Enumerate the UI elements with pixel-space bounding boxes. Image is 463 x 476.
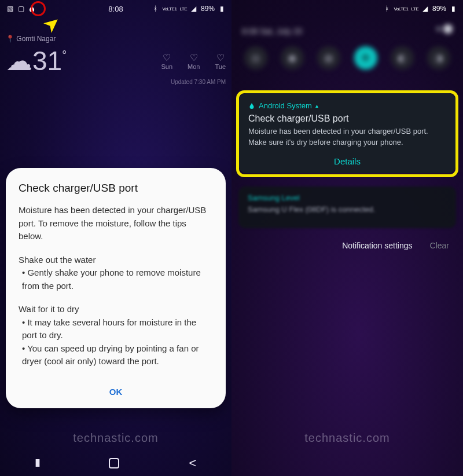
lte-label: LTE [411,7,418,11]
cast-icon: ▢ [17,5,25,13]
samsung-level-notification[interactable]: Samsung Level Samsung U Flex (08DF) is c… [238,186,456,228]
qs-wifi[interactable]: ◎ [244,46,267,69]
chevron-up-icon: ▴ [315,102,318,109]
notif2-app-name: Samsung Level [248,193,300,202]
notif-details-button[interactable]: Details [248,154,446,167]
signal-icon: ◢ [190,5,198,13]
status-clock: 8:08 [108,5,123,13]
notification-settings-button[interactable]: Notification settings [342,241,412,250]
signal-icon: ◢ [421,5,429,13]
notif2-body: Samsung U Flex (08DF) is connected. [248,204,447,215]
bluetooth-icon: ᚼ [152,5,160,13]
dialog-tip2-item2: • You can speed up drying by pointing a … [19,342,213,368]
qs-unknown[interactable]: ◍ [317,46,340,69]
weather-temp: ☁ 31° [6,45,67,76]
battery-icon: ▮ [218,5,226,13]
nav-bar: III < [0,451,232,476]
volte-label: VoLTE1 [394,7,409,11]
quick-settings-row: ◎ ◉ ◍ ❉ ◐ ◑ [232,42,463,74]
moisture-dialog: Check charger/USB port Moisture has been… [6,168,226,408]
status-right: ᚼ VoLTE1 LTE ◢ 89% ▮ [383,5,457,13]
shade-header-blur: 8:08 Sat, July 20 ◎ ◉ ◍ ❉ ◐ ◑ [232,17,463,87]
nav-home-button[interactable] [109,458,119,468]
battery-pct: 89% [201,5,215,13]
image-icon: ▧ [6,5,14,13]
dialog-tip1-item: • Gently shake your phone to remove mois… [19,266,213,292]
nav-back-button[interactable]: < [189,456,197,471]
notif-title: Check charger/USB port [248,113,446,124]
qs-sound[interactable]: ◉ [281,46,304,69]
status-left: ▧ ▢ [6,5,36,13]
dialog-tip2-head: Wait for it to dry [19,303,213,316]
weather-updated: Updated 7:30 AM PM [6,79,226,85]
lte-label: LTE [179,7,187,11]
dialog-ok-button[interactable]: OK [19,379,213,400]
battery-icon: ▮ [449,5,457,13]
shade-date: 8:08 Sat, July 20 [242,27,302,36]
dialog-title: Check charger/USB port [19,182,213,195]
weather-location: 📍 Gomti Nagar [6,35,226,43]
volte-label: VoLTE1 [163,7,177,11]
weather-widget[interactable]: 📍 Gomti Nagar ☁ 31° ♡Sun ♡Mon ♡Tue Updat… [6,35,226,85]
watermark: technastic.com [304,431,389,445]
weather-forecast: ♡Sun ♡Mon ♡Tue [161,52,226,70]
phone-screenshot-left: ▧ ▢ 8:08 ᚼ VoLTE1 LTE ◢ 89% ▮ ➤ 📍 Gomti … [0,0,232,476]
nav-recent-button[interactable]: III [35,457,39,470]
notif-app-name: Android System [259,101,312,110]
status-right: ᚼ VoLTE1 LTE ◢ 89% ▮ [152,5,226,13]
dialog-intro: Moisture has been detected in your charg… [19,204,213,243]
dialog-tip2-item1: • It may take several hours for moisture… [19,316,213,342]
clear-button[interactable]: Clear [430,241,449,250]
notif-body: Moisture has been detected in your charg… [248,126,446,148]
moisture-icon [248,102,255,109]
shade-header-icons [436,27,453,36]
shade-footer: Notification settings Clear [238,232,456,259]
moisture-icon [28,5,36,13]
qs-rotate[interactable]: ◐ [391,46,414,69]
annotation-yellow-box: Android System ▴ Check charger/USB port … [236,90,458,177]
qs-bluetooth[interactable]: ❉ [354,46,377,69]
bluetooth-icon: ᚼ [383,5,391,13]
moisture-notification[interactable]: Android System ▴ Check charger/USB port … [239,93,455,173]
dialog-tip1-head: Shake out the water [19,254,213,267]
status-bar: ᚼ VoLTE1 LTE ◢ 89% ▮ [232,0,463,17]
qs-location[interactable]: ◑ [427,46,450,69]
status-bar: ▧ ▢ 8:08 ᚼ VoLTE1 LTE ◢ 89% ▮ [0,0,232,17]
battery-pct: 89% [432,5,446,13]
phone-screenshot-right: ᚼ VoLTE1 LTE ◢ 89% ▮ 8:08 Sat, July 20 ◎… [232,0,463,476]
notif-header[interactable]: Android System ▴ [248,101,446,110]
watermark: technastic.com [73,431,158,445]
